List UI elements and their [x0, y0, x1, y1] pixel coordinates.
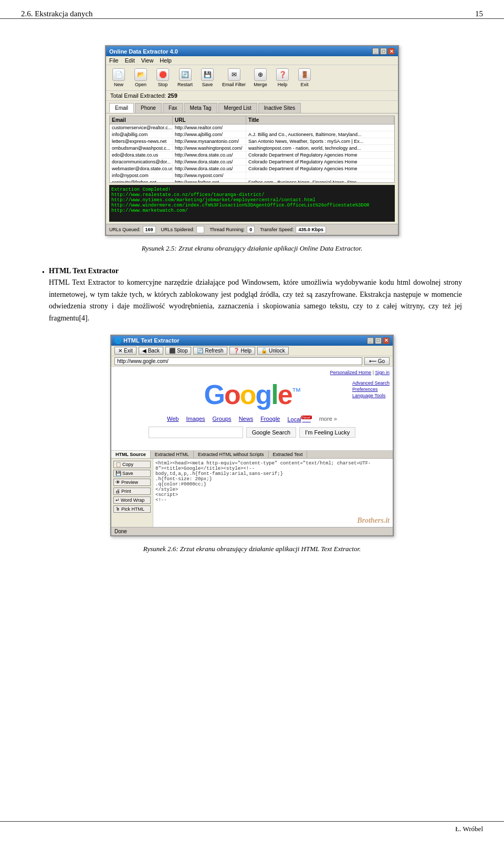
hte-toolbar: ✕ Exit ◀ Back ⬛ Stop 🔄 Refresh ❓ Help 🔓 …: [111, 346, 393, 356]
code-area[interactable]: <html><head><meta http-equiv="content-ty…: [153, 459, 393, 527]
exit-icon: 🚪: [298, 68, 311, 81]
cell-email: info@ajbillig.com: [110, 131, 173, 138]
toolbar-exit[interactable]: 🚪 Exit: [295, 67, 314, 88]
personalized-text: Personalized Home | Sign in: [330, 370, 390, 375]
toolbar-emailfilter[interactable]: ✉ Email Filter: [220, 67, 248, 88]
tab-mergedlist[interactable]: Merged List: [218, 103, 257, 113]
tab-fax[interactable]: Fax: [163, 103, 183, 113]
logo-g: G: [204, 379, 224, 410]
toolbar-help[interactable]: ❓ Help: [273, 67, 292, 88]
hte-back-btn[interactable]: ◀ Back: [139, 347, 163, 355]
minimize-button[interactable]: _: [372, 48, 379, 55]
print-button[interactable]: 🖨 Print: [113, 488, 151, 495]
logo-g2: g: [255, 379, 271, 410]
pickhtml-icon: 🖱: [116, 506, 120, 512]
cell-url: http://www.dora.state.co.us/: [173, 165, 246, 172]
close-button[interactable]: ✕: [388, 48, 395, 55]
cell-title: washingtonpost.com - nation, world, tech…: [246, 145, 394, 151]
hte-unlock-btn[interactable]: 🔓 Unlock: [257, 347, 289, 355]
google-search-button[interactable]: Google Search: [246, 427, 296, 438]
toolbar-save[interactable]: 💾 Save: [198, 67, 217, 88]
etab-extracted-html-noscripts[interactable]: Extracted HTML without Scripts: [194, 451, 269, 458]
table-row[interactable]: ombudsman@washpost.c... http://www.washi…: [110, 145, 394, 152]
log-line: Extraction Completed!: [111, 187, 393, 192]
hte-maximize-button[interactable]: □: [375, 337, 382, 344]
advanced-search-link[interactable]: Advanced Search: [352, 380, 390, 386]
table-row[interactable]: cepinvite@forbes.net http://www.forbes.n…: [110, 179, 394, 182]
toolbar-restart[interactable]: 🔄 Restart: [175, 67, 195, 88]
menu-view[interactable]: View: [141, 57, 154, 64]
toolbar-exit-label: Exit: [301, 82, 309, 87]
open-icon: 📂: [134, 68, 147, 81]
thread-value: 0: [247, 226, 255, 233]
table-row[interactable]: letters@express-news.net http://www.mysa…: [110, 138, 394, 145]
chapter-title: 2.6. Ekstrakcja danych: [21, 9, 93, 18]
hte-stop-btn[interactable]: ⬛ Stop: [165, 347, 192, 355]
body-paragraph: • HTML Text Extractor HTML Text Extracto…: [42, 265, 462, 324]
preview-button[interactable]: 👁 Preview: [113, 479, 151, 486]
table-row[interactable]: info@ajbillig.com http://www.ajbillig.co…: [110, 131, 394, 138]
hte-bottom-area: 📋 Copy 💾 Save 👁 Preview 🖨 Print ↵ Word W…: [111, 459, 393, 527]
nav-news[interactable]: News: [239, 416, 254, 422]
cell-url: http://www.realtor.com/: [173, 125, 246, 131]
tab-metatag[interactable]: Meta Tag: [184, 103, 217, 113]
preferences-link[interactable]: Preferences: [352, 387, 390, 392]
tab-inactivesites[interactable]: Inactive Sites: [258, 103, 301, 113]
language-tools-link[interactable]: Language Tools: [352, 393, 390, 398]
thread-label: Thread Running:: [209, 227, 245, 232]
menu-help[interactable]: Help: [160, 57, 172, 64]
wordwrap-button[interactable]: ↵ Word Wrap: [113, 496, 151, 504]
etab-extracted-text[interactable]: Extracted Text: [269, 451, 308, 458]
hte-close-button[interactable]: ✕: [383, 337, 390, 344]
etab-html-source[interactable]: HTML Source: [111, 451, 151, 458]
table-row[interactable]: customerservice@realtor.c... http://www.…: [110, 125, 394, 131]
toolbar-help-label: Help: [278, 82, 288, 87]
save-button[interactable]: 💾 Save: [113, 470, 151, 477]
tab-email[interactable]: Email: [109, 103, 134, 113]
toolbar-emailfilter-label: Email Filter: [222, 82, 246, 87]
menu-edit[interactable]: Edit: [125, 57, 135, 64]
nav-images[interactable]: Images: [186, 416, 205, 422]
toolbar-merge[interactable]: ⊕ Merge: [251, 67, 270, 88]
ode-log: Extraction Completed! http://www.realest…: [109, 185, 395, 222]
table-row[interactable]: info@nypost.com http://www.nypost.com/: [110, 172, 394, 179]
table-row[interactable]: webmaster@dora.state.co.us http://www.do…: [110, 165, 394, 172]
nav-local[interactable]: LocalNew!: [287, 416, 311, 422]
toolbar-stop[interactable]: 🛑 Stop: [153, 67, 172, 88]
hte-help-btn[interactable]: ❓ Help: [229, 347, 256, 355]
hte-minimize-button[interactable]: _: [367, 337, 374, 344]
nav-web[interactable]: Web: [167, 416, 178, 422]
cell-url: http://www.washingtonpost.com/: [173, 145, 246, 151]
email-count: 259: [167, 92, 177, 99]
pickhtml-button[interactable]: 🖱 Pick HTML: [113, 505, 151, 513]
hte-left-panel: 📋 Copy 💾 Save 👁 Preview 🖨 Print ↵ Word W…: [111, 459, 153, 527]
table-row[interactable]: doracommunications@dor... http://www.dor…: [110, 159, 394, 165]
go-button[interactable]: ⟵ Go: [364, 357, 390, 365]
section-body: HTML Text Extractor to komercyjne narzęd…: [49, 278, 462, 322]
nav-froogle[interactable]: Froogle: [260, 416, 280, 422]
toolbar-open[interactable]: 📂 Open: [131, 67, 150, 88]
toolbar-new[interactable]: 📄 New: [109, 67, 128, 88]
feeling-lucky-button[interactable]: I'm Feeling Lucky: [299, 427, 355, 438]
logo-o1: o: [224, 379, 240, 410]
search-input[interactable]: [149, 427, 243, 438]
right-links: Advanced Search Preferences Language Too…: [352, 380, 390, 399]
etab-extracted-html[interactable]: Extracted HTML: [151, 451, 194, 458]
hte-title: 🌐 HTML Text Extractor: [114, 337, 180, 344]
menu-file[interactable]: File: [109, 57, 119, 64]
figure2-caption: Rysunek 2.6: Zrzut ekranu obrazujący dzi…: [42, 545, 462, 553]
ode-table: Email URL Title customerservice@realtor.…: [109, 116, 395, 183]
nav-groups[interactable]: Groups: [213, 416, 232, 422]
maximize-button[interactable]: □: [380, 48, 387, 55]
tab-phone[interactable]: Phone: [135, 103, 162, 113]
toolbar-restart-label: Restart: [177, 82, 193, 87]
hte-refresh-btn[interactable]: 🔄 Refresh: [193, 347, 227, 355]
url-input[interactable]: [114, 357, 362, 365]
table-row[interactable]: edo@dora.state.co.us http://www.dora.sta…: [110, 152, 394, 159]
hte-exit-btn[interactable]: ✕ Exit: [114, 347, 136, 355]
copy-button[interactable]: 📋 Copy: [113, 461, 151, 468]
nav-more[interactable]: more »: [319, 416, 337, 422]
cell-title: Colorado Department of Regulatory Agenci…: [246, 152, 394, 158]
cell-url: http://www.mysanantonio.com/: [173, 138, 246, 144]
log-line: http://www.marketwatch.com/: [111, 208, 393, 213]
